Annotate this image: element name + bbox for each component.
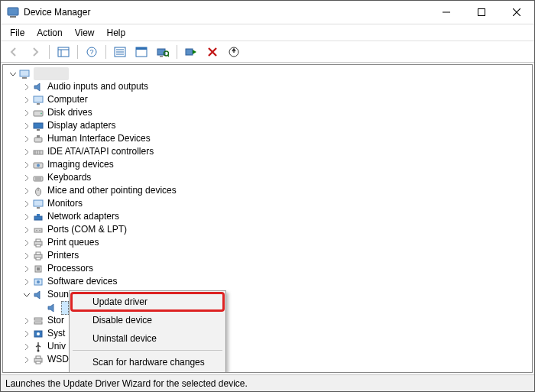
- tree-item-label: Human Interface Devices: [47, 132, 151, 145]
- properties-button[interactable]: [131, 43, 151, 61]
- expand-icon[interactable]: [21, 342, 32, 352]
- svg-rect-24: [37, 103, 40, 105]
- svg-rect-2: [443, 12, 450, 13]
- collapse-icon[interactable]: [21, 290, 32, 300]
- ctx-update[interactable]: Update driver: [71, 293, 224, 311]
- svg-point-47: [36, 229, 37, 231]
- maximize-button[interactable]: [464, 1, 499, 24]
- menu-file[interactable]: File: [4, 26, 31, 40]
- expand-icon[interactable]: [21, 82, 32, 92]
- tree-item-network[interactable]: Network adapters: [21, 210, 532, 223]
- expand-icon[interactable]: [21, 316, 32, 326]
- svg-rect-66: [36, 361, 41, 364]
- expand-icon[interactable]: [21, 147, 32, 157]
- tree-item-software[interactable]: Software devices: [21, 275, 532, 288]
- enable-button[interactable]: [181, 43, 201, 61]
- tree-item-ports[interactable]: Ports (COM & LPT): [21, 223, 532, 236]
- printer-icon: [32, 250, 44, 262]
- svg-rect-51: [36, 245, 41, 247]
- tree-item-monitors[interactable]: Monitors: [21, 197, 532, 210]
- expand-icon[interactable]: [21, 264, 32, 274]
- toolbar-separator: [77, 45, 78, 59]
- menubar: File Action View Help: [1, 24, 534, 41]
- expand-icon[interactable]: [21, 238, 32, 248]
- tree-item-keyboards[interactable]: Keyboards: [21, 171, 532, 184]
- ctx-disable[interactable]: Disable device: [71, 311, 224, 329]
- menu-help[interactable]: Help: [101, 26, 132, 40]
- scan-hardware-button[interactable]: [153, 43, 173, 61]
- device-tree-panel[interactable]: ████ Audio inputs and outputsComputerDis…: [2, 64, 533, 373]
- svg-rect-60: [34, 322, 42, 324]
- tree-item-computer[interactable]: Computer: [21, 93, 532, 106]
- toolbar: ?: [1, 41, 534, 63]
- tree-item-display[interactable]: Display adapters: [21, 119, 532, 132]
- expand-icon[interactable]: [21, 329, 32, 339]
- expand-icon[interactable]: [21, 95, 32, 105]
- expand-icon[interactable]: [21, 225, 32, 235]
- expand-icon[interactable]: [21, 134, 32, 144]
- expand-icon[interactable]: [21, 173, 32, 183]
- titlebar: Device Manager: [1, 1, 534, 24]
- expand-icon[interactable]: [21, 212, 32, 222]
- update-driver-toolbar-button[interactable]: [224, 43, 244, 61]
- collapse-icon[interactable]: [8, 69, 18, 79]
- tree-item-label: Printers: [47, 249, 79, 262]
- back-button[interactable]: [4, 43, 24, 61]
- monitor-icon: [32, 94, 44, 106]
- expand-icon[interactable]: [21, 108, 32, 118]
- svg-text:?: ?: [89, 48, 93, 56]
- tree-item-disk[interactable]: Disk drives: [21, 106, 532, 119]
- uninstall-button[interactable]: [203, 43, 222, 61]
- speaker-icon: [46, 302, 58, 314]
- expand-icon[interactable]: [21, 199, 32, 209]
- svg-rect-19: [186, 49, 193, 55]
- tree-item-printq[interactable]: Print queues: [21, 236, 532, 249]
- expand-icon[interactable]: [21, 121, 32, 131]
- ctx-uninstall[interactable]: Uninstall device: [71, 329, 224, 348]
- close-button[interactable]: [499, 1, 534, 24]
- tree-item-audio[interactable]: Audio inputs and outputs: [21, 80, 532, 93]
- expand-icon[interactable]: [21, 251, 32, 261]
- expand-icon[interactable]: [21, 186, 32, 196]
- ctx-scan[interactable]: Scan for hardware changes: [71, 353, 224, 371]
- tree-item-ide[interactable]: IDE ATA/ATAPI controllers: [21, 145, 532, 158]
- tree-item-processors[interactable]: Processors: [21, 262, 532, 275]
- tree-item-mice[interactable]: Mice and other pointing devices: [21, 184, 532, 197]
- expand-icon[interactable]: [21, 277, 32, 287]
- action-menu-button[interactable]: [110, 43, 130, 61]
- svg-rect-27: [34, 123, 43, 128]
- svg-rect-46: [34, 228, 42, 232]
- svg-rect-53: [36, 252, 41, 254]
- forward-button[interactable]: [25, 43, 45, 61]
- expand-icon[interactable]: [21, 355, 32, 365]
- menu-action[interactable]: Action: [31, 26, 68, 40]
- svg-rect-43: [37, 207, 40, 209]
- svg-line-18: [168, 55, 170, 57]
- ide-icon: [32, 146, 44, 158]
- menu-view[interactable]: View: [69, 26, 101, 40]
- tree-item-label: Univ: [47, 340, 66, 353]
- svg-point-58: [37, 280, 40, 283]
- tree-item-label: Syst: [47, 327, 65, 340]
- tree-item-label: Disk drives: [47, 106, 92, 119]
- usb-icon: [32, 341, 44, 353]
- svg-rect-28: [37, 129, 40, 131]
- root-label: ████: [34, 67, 69, 80]
- svg-point-63: [37, 349, 40, 352]
- app-icon: [7, 6, 19, 18]
- tree-root[interactable]: ████: [8, 67, 532, 80]
- svg-rect-14: [136, 47, 147, 50]
- tree-item-label: Monitors: [47, 197, 83, 210]
- tree-item-printers[interactable]: Printers: [21, 249, 532, 262]
- tree-item-hid[interactable]: Human Interface Devices: [21, 132, 532, 145]
- expand-icon[interactable]: [21, 160, 32, 170]
- speaker-icon: [32, 289, 44, 301]
- selected-audio-device[interactable]: [61, 301, 69, 315]
- minimize-button[interactable]: [429, 1, 464, 24]
- tree-item-imaging[interactable]: Imaging devices: [21, 158, 532, 171]
- tree-item-label: Display adapters: [47, 119, 115, 132]
- show-connection-button[interactable]: [54, 43, 73, 61]
- svg-point-62: [37, 332, 40, 335]
- software-icon: [32, 276, 44, 288]
- help-button[interactable]: ?: [82, 43, 102, 61]
